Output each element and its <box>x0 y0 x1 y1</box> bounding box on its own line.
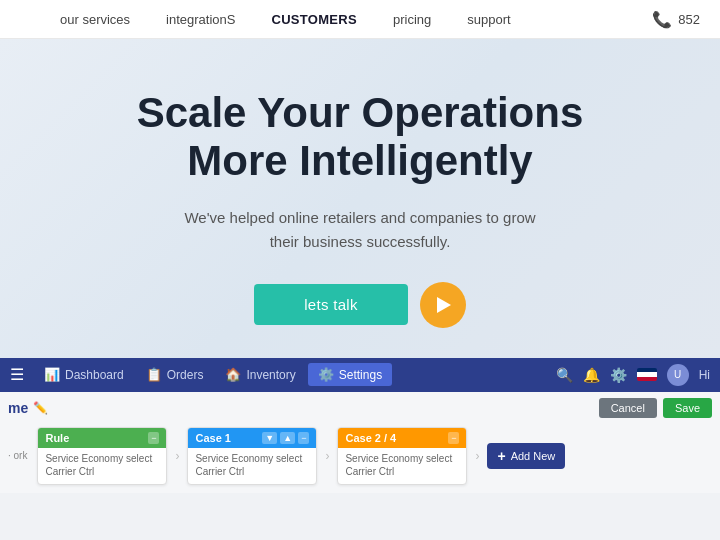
nav-customers[interactable]: CUSTOMERS <box>271 12 357 27</box>
card-case1-minus[interactable]: − <box>298 432 309 444</box>
nav-pricing[interactable]: pricing <box>393 12 431 27</box>
card-case2-field2: Carrier Ctrl <box>345 466 459 477</box>
card-case1-controls: ▼ ▲ − <box>262 432 309 444</box>
db-item-inventory[interactable]: 🏠 Inventory <box>215 363 305 386</box>
gear-icon[interactable]: ⚙️ <box>610 367 627 383</box>
card-rule-header: Rule − <box>38 428 166 448</box>
settings-icon: ⚙️ <box>318 367 334 382</box>
card-rule-controls: − <box>148 432 159 444</box>
play-icon <box>437 297 451 313</box>
dashboard-right-icons: 🔍 🔔 ⚙️ U Hi <box>556 364 710 386</box>
hi-label: Hi <box>699 368 710 382</box>
play-button[interactable] <box>420 282 466 328</box>
card-case1-body: Service Economy select Carrier Ctrl <box>188 448 316 484</box>
connector-3: › <box>475 449 479 463</box>
db-item-inventory-label: Inventory <box>246 368 295 382</box>
hero-cta: lets talk <box>20 282 700 328</box>
avatar: U <box>667 364 689 386</box>
nav-phone: 📞 852 <box>652 10 700 29</box>
workflow-card-case1: Case 1 ▼ ▲ − Service Economy select Carr… <box>187 427 317 485</box>
connector-2: › <box>325 449 329 463</box>
dashboard-nav: 📊 Dashboard 📋 Orders 🏠 Inventory ⚙️ Sett… <box>34 363 552 386</box>
app-title: me ✏️ <box>8 400 48 416</box>
card-case2-minus[interactable]: − <box>448 432 459 444</box>
db-item-orders[interactable]: 📋 Orders <box>136 363 214 386</box>
save-button[interactable]: Save <box>663 398 712 418</box>
app-buttons: Cancel Save <box>599 398 712 418</box>
db-item-orders-label: Orders <box>167 368 204 382</box>
search-icon[interactable]: 🔍 <box>556 367 573 383</box>
card-case2-controls: − <box>448 432 459 444</box>
db-item-dashboard[interactable]: 📊 Dashboard <box>34 363 134 386</box>
card-case2-header: Case 2 / 4 − <box>338 428 466 448</box>
workflow: · ork Rule − Service Economy select Carr… <box>8 423 712 489</box>
card-case1-down[interactable]: ▼ <box>262 432 277 444</box>
card-case1-field1: Service Economy select <box>195 453 309 464</box>
add-new-button[interactable]: + Add New <box>487 443 565 469</box>
card-rule-field2: Carrier Ctrl <box>45 466 159 477</box>
inventory-icon: 🏠 <box>225 367 241 382</box>
connector-1: › <box>175 449 179 463</box>
hero-title: Scale Your Operations More Intelligently <box>60 89 660 186</box>
phone-icon: 📞 <box>652 10 672 29</box>
app-toolbar: me ✏️ Cancel Save <box>8 398 712 418</box>
hero-subtitle: We've helped online retailers and compan… <box>170 206 550 254</box>
workflow-card-rule: Rule − Service Economy select Carrier Ct… <box>37 427 167 485</box>
bell-icon[interactable]: 🔔 <box>583 367 600 383</box>
dashboard-bar: ☰ 📊 Dashboard 📋 Orders 🏠 Inventory ⚙️ Se… <box>0 358 720 392</box>
card-rule-body: Service Economy select Carrier Ctrl <box>38 448 166 484</box>
flag-icon <box>637 368 657 381</box>
add-icon: + <box>497 448 505 464</box>
db-item-settings-label: Settings <box>339 368 382 382</box>
hamburger-icon[interactable]: ☰ <box>10 365 24 384</box>
nav-links: our services integrationS CUSTOMERS pric… <box>60 12 511 27</box>
db-item-settings[interactable]: ⚙️ Settings <box>308 363 392 386</box>
card-case1-header: Case 1 ▼ ▲ − <box>188 428 316 448</box>
app-area: me ✏️ Cancel Save · ork Rule − Service E… <box>0 392 720 493</box>
card-case1-field2: Carrier Ctrl <box>195 466 309 477</box>
nav-our-services[interactable]: our services <box>60 12 130 27</box>
workflow-card-case2: Case 2 / 4 − Service Economy select Carr… <box>337 427 467 485</box>
card-case1-up[interactable]: ▲ <box>280 432 295 444</box>
nav-integrations[interactable]: integrationS <box>166 12 235 27</box>
orders-icon: 📋 <box>146 367 162 382</box>
card-rule-field1: Service Economy select <box>45 453 159 464</box>
card-case2-body: Service Economy select Carrier Ctrl <box>338 448 466 484</box>
cancel-button[interactable]: Cancel <box>599 398 657 418</box>
card-rule-minus[interactable]: − <box>148 432 159 444</box>
db-item-dashboard-label: Dashboard <box>65 368 124 382</box>
navbar: our services integrationS CUSTOMERS pric… <box>0 0 720 39</box>
lets-talk-button[interactable]: lets talk <box>254 284 408 325</box>
dashboard-icon: 📊 <box>44 367 60 382</box>
hero-section: Scale Your Operations More Intelligently… <box>0 39 720 358</box>
workflow-left-label: · ork <box>8 450 29 461</box>
edit-icon[interactable]: ✏️ <box>33 401 48 415</box>
card-case2-field1: Service Economy select <box>345 453 459 464</box>
nav-support[interactable]: support <box>467 12 510 27</box>
phone-number: 852 <box>678 12 700 27</box>
